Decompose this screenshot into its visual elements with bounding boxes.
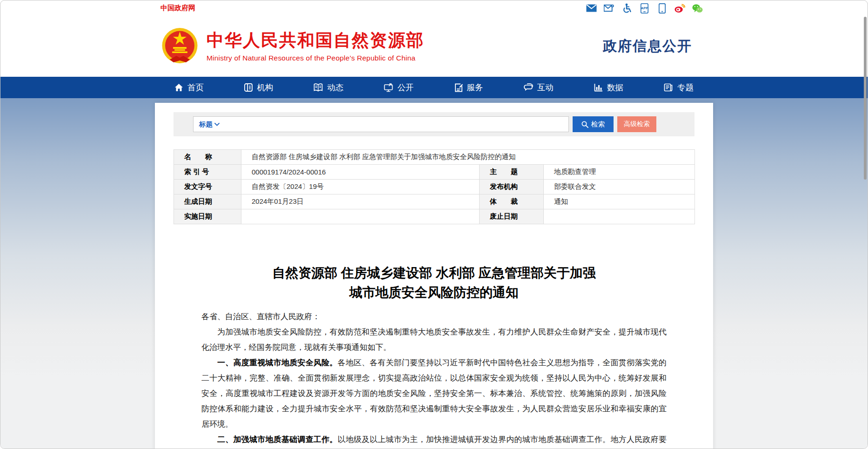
browser-window: 中国政府网 APP [0, 0, 868, 449]
advanced-search-button[interactable]: 高级检索 [617, 116, 656, 132]
meta-value-index: 000019174/2024-00016 [241, 165, 480, 180]
meta-label-repeal: 废止日期 [480, 209, 544, 224]
nav-item-news[interactable]: 动态 [314, 82, 343, 93]
mail-settings-icon[interactable] [604, 3, 614, 13]
meta-value-genre: 通知 [544, 194, 695, 209]
paragraph-lead: 二、加强城市地质基础调查工作。 [217, 435, 338, 444]
weibo-icon[interactable] [674, 3, 685, 13]
page-background: 标题 检索 高级检索 名 称 自然资源部 住房城乡建设部 水利部 应急管理部关于… [0, 98, 868, 449]
article-salutation: 各省、自治区、直辖市人民政府： [201, 309, 667, 324]
meta-label-genre: 体 裁 [480, 194, 544, 209]
meta-value-agency: 部委联合发文 [544, 180, 695, 194]
article-paragraph: 二、加强城市地质基础调查工作。以地级及以上城市为主，加快推进城镇开发边界内的城市… [201, 432, 667, 449]
mail-icon[interactable] [586, 3, 597, 13]
table-row: 生成日期 2024年01月23日 体 裁 通知 [174, 194, 695, 209]
document-metadata-table: 名 称 自然资源部 住房城乡建设部 水利部 应急管理部关于加强城市地质安全风险防… [174, 149, 695, 224]
meta-value-repeal [544, 209, 695, 224]
article-paragraph: 一、高度重视城市地质安全风险。各地区、各有关部门要坚持以习近平新时代中国特色社会… [201, 355, 667, 432]
special-topic-icon [664, 83, 673, 92]
nav-item-special-topic[interactable]: 专题 [664, 82, 694, 93]
search-input[interactable]: 标题 [193, 116, 569, 132]
top-utility-bar: 中国政府网 APP [155, 0, 713, 16]
top-icon-group: APP [586, 3, 708, 13]
gov-info-disclosure-title: 政府信息公开 [603, 37, 692, 56]
meta-value-docno: 自然资发〔2024〕19号 [241, 180, 480, 194]
document-search-bar: 标题 检索 高级检索 [174, 112, 694, 136]
accessibility-icon[interactable] [621, 3, 632, 13]
nav-item-disclosure[interactable]: 公开 [384, 82, 414, 93]
svg-text:APP: APP [641, 6, 648, 10]
chevron-down-icon [214, 123, 220, 126]
article-body: 各省、自治区、直辖市人民政府： 为加强城市地质安全风险防控，有效防范和坚决遏制重… [201, 309, 667, 449]
meta-label-agency: 发布机构 [480, 180, 544, 194]
nav-item-home[interactable]: 首页 [174, 82, 204, 93]
gov-portal-link[interactable]: 中国政府网 [160, 4, 195, 13]
meta-value-impl [241, 209, 480, 224]
data-icon [594, 83, 603, 92]
table-row: 实施日期 废止日期 [174, 209, 695, 224]
search-icon [581, 121, 588, 128]
table-row: 名 称 自然资源部 住房城乡建设部 水利部 应急管理部关于加强城市地质安全风险防… [174, 150, 695, 165]
meta-label-created: 生成日期 [174, 194, 241, 209]
meta-label-theme: 主 题 [480, 165, 544, 180]
news-icon [314, 83, 323, 92]
nav-item-interaction[interactable]: 互动 [524, 82, 554, 93]
table-row: 发文字号 自然资发〔2024〕19号 发布机构 部委联合发文 [174, 180, 695, 194]
ministry-title-en: Ministry of Natural Resources of the Peo… [207, 54, 424, 62]
nav-item-org[interactable]: 机构 [244, 82, 273, 93]
org-icon [244, 83, 253, 92]
ministry-title-cn: 中华人民共和国自然资源部 [207, 30, 424, 51]
wechat-icon[interactable] [692, 3, 703, 13]
service-icon [454, 83, 463, 92]
app-download-icon[interactable]: APP [639, 3, 650, 13]
article-paragraph: 为加强城市地质安全风险防控，有效防范和坚决遏制重特大地质安全事故发生，有力维护人… [201, 324, 667, 355]
content-panel: 标题 检索 高级检索 名 称 自然资源部 住房城乡建设部 水利部 应急管理部关于… [155, 103, 713, 449]
table-row: 索 引 号 000019174/2024-00016 主 题 地质勘查管理 [174, 165, 695, 180]
meta-value-created: 2024年01月23日 [241, 194, 480, 209]
disclosure-icon [384, 83, 393, 92]
meta-label-name: 名 称 [174, 150, 241, 165]
site-header: 中华人民共和国自然资源部 Ministry of Natural Resourc… [155, 16, 713, 77]
meta-label-impl: 实施日期 [174, 209, 241, 224]
mobile-icon[interactable] [657, 3, 668, 13]
national-emblem-logo [160, 27, 199, 66]
meta-value-name: 自然资源部 住房城乡建设部 水利部 应急管理部关于加强城市地质安全风险防控的通知 [241, 150, 695, 165]
search-button[interactable]: 检索 [573, 116, 614, 132]
search-field-select[interactable]: 标题 [199, 120, 220, 129]
site-brand[interactable]: 中华人民共和国自然资源部 Ministry of Natural Resourc… [160, 27, 424, 66]
article-title: 自然资源部 住房城乡建设部 水利部 应急管理部关于加强 城市地质安全风险防控的通… [201, 263, 667, 302]
paragraph-lead: 一、高度重视城市地质安全风险。 [217, 358, 338, 367]
nav-item-data[interactable]: 数据 [594, 82, 623, 93]
meta-label-docno: 发文字号 [174, 180, 241, 194]
vertical-scrollbar[interactable] [864, 17, 867, 180]
main-nav: 首页 机构 动态 公开 服务 互动 [0, 77, 868, 98]
meta-value-theme: 地质勘查管理 [544, 165, 695, 180]
nav-item-service[interactable]: 服务 [454, 82, 483, 93]
interaction-icon [524, 83, 533, 92]
home-icon [174, 83, 183, 92]
meta-label-index: 索 引 号 [174, 165, 241, 180]
